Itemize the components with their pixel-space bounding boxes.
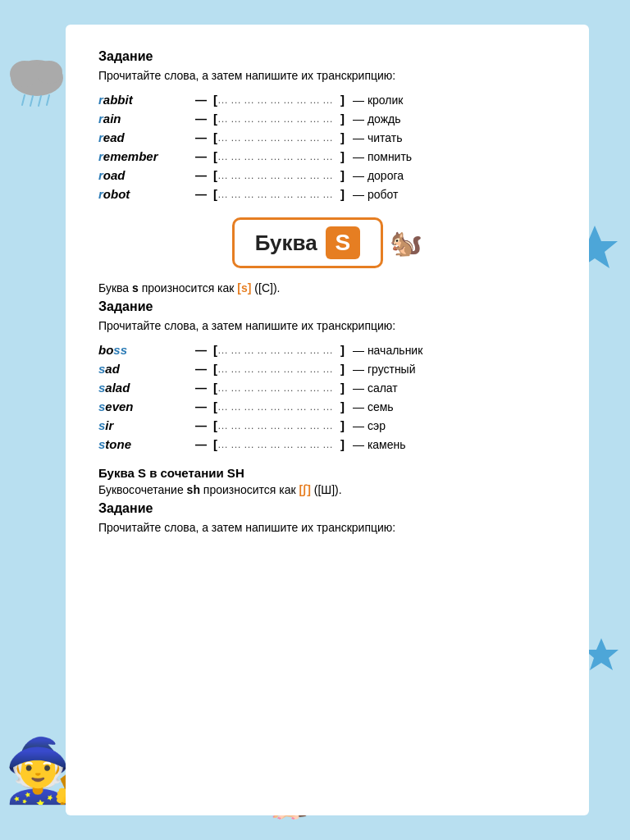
word-row-sir: sir — [ ……………………… ] — сэр	[98, 418, 556, 432]
translation-road: — дорога	[353, 169, 404, 182]
svg-line-5	[39, 96, 41, 106]
word-stone: stone	[98, 437, 189, 451]
word-row-stone: stone — [ ……………………… ] — камень	[98, 437, 556, 451]
word-row-remember: remember — [ ……………………… ] — помнить	[98, 149, 556, 163]
word-boss: boss	[98, 343, 189, 357]
bukva-s-pronunciation: Буква s произносится как [s] ([С]).	[98, 281, 556, 294]
svg-point-2	[36, 61, 62, 84]
translation-sad: — грустный	[353, 363, 416, 376]
squirrel-icon: 🐿️	[390, 227, 422, 258]
word-row-robot: robot — [ ……………………… ] — робот	[98, 187, 556, 201]
word-row-read: read — [ ……………………… ] — читать	[98, 130, 556, 144]
bukva-s-box: Буква S	[232, 217, 384, 268]
word-sad: sad	[98, 362, 189, 376]
word-salad: salad	[98, 381, 189, 395]
translation-sir: — сэр	[353, 419, 386, 432]
translation-rabbit: — кролик	[353, 94, 403, 107]
translation-read: — читать	[353, 131, 402, 144]
task3-description: Прочитайте слова, а затем напишите их тр…	[98, 519, 556, 536]
svg-point-1	[10, 61, 39, 87]
word-seven: seven	[98, 399, 189, 413]
section-sh: Буква S в сочетании SH Буквосочетание sh…	[98, 466, 556, 536]
bukva-s-header: Буква S 🐿️	[98, 217, 556, 268]
section-r-words: Задание Прочитайте слова, а затем напиши…	[98, 49, 556, 201]
word-row-rabbit: rabbit — [ ……………………… ] — кролик	[98, 93, 556, 107]
word-remember: remember	[98, 149, 189, 163]
translation-seven: — семь	[353, 400, 394, 413]
word-row-salad: salad — [ ……………………… ] — салат	[98, 381, 556, 395]
task2-description: Прочитайте слова, а затем напишите их тр…	[98, 317, 556, 335]
translation-salad: — салат	[353, 381, 398, 395]
svg-line-4	[30, 96, 33, 106]
task3-title: Задание	[98, 501, 556, 516]
sh-pronunciation: Буквосочетание sh произносится как [ʃ] (…	[98, 483, 556, 496]
svg-line-3	[22, 95, 25, 105]
word-row-rain: rain — [ ……………………… ] — дождь	[98, 112, 556, 126]
translation-remember: — помнить	[353, 150, 412, 163]
word-row-road: road — [ ……………………… ] — дорога	[98, 168, 556, 182]
main-content: Задание Прочитайте слова, а затем напиши…	[66, 25, 589, 815]
word-row-sad: sad — [ ……………………… ] — грустный	[98, 362, 556, 376]
svg-marker-8	[584, 638, 619, 670]
translation-robot: — робот	[353, 188, 398, 201]
task2-title: Задание	[98, 299, 556, 314]
word-rabbit: rabbit	[98, 93, 189, 107]
translation-rain: — дождь	[353, 112, 401, 126]
svg-line-6	[47, 95, 49, 105]
word-sir: sir	[98, 418, 189, 432]
task1-title: Задание	[98, 49, 556, 64]
bukva-s-letter: S	[326, 226, 361, 259]
task1-description: Прочитайте слова, а затем напишите их тр…	[98, 67, 556, 84]
word-row-boss: boss — [ ……………………… ] — начальник	[98, 343, 556, 357]
word-robot: robot	[98, 187, 189, 201]
word-rain: rain	[98, 112, 189, 126]
translation-boss: — начальник	[353, 344, 422, 357]
word-road: road	[98, 168, 189, 182]
section-s-words: Задание Прочитайте слова, а затем напиши…	[98, 299, 556, 451]
cloud-decoration	[4, 49, 70, 107]
bukva-label: Буква	[255, 231, 317, 256]
word-row-seven: seven — [ ……………………… ] — семь	[98, 399, 556, 413]
translation-stone: — камень	[353, 438, 406, 451]
word-read: read	[98, 130, 189, 144]
sh-title: Буква S в сочетании SH	[98, 466, 556, 480]
